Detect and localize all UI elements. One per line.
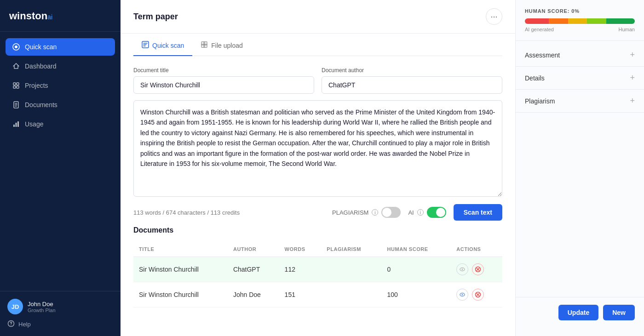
row-author: ChatGPT [228,257,279,282]
score-label: HUMAN SCORE: 0% [525,8,635,14]
doc-author-label: Document author [322,67,502,74]
svg-rect-5 [17,86,19,88]
sidebar-item-quick-scan[interactable]: Quick scan [6,38,115,56]
page-title: Term paper [133,12,178,22]
sidebar-item-documents[interactable]: Documents [6,96,115,114]
plagiarism-info-icon[interactable]: i [372,209,378,216]
svg-rect-22 [204,44,207,47]
accordion-plagiarism[interactable]: Plagiarism + [516,90,644,113]
sidebar-item-usage[interactable]: Usage [6,115,115,133]
row-human-score: 0 [382,257,451,282]
scan-text-button[interactable]: Scan text [454,204,502,221]
row-title: Sir Winston Churchill [133,257,228,282]
view-icon[interactable] [456,263,468,275]
word-count: 113 words / 674 characters / 113 credits [133,209,240,216]
accordion-label: Details [525,74,545,82]
app-logo: winstonai [0,0,121,32]
scan-controls: PLAGIARISM i AI i Scan text [332,204,502,221]
file-upload-tab-icon [201,41,208,50]
svg-rect-19 [201,42,205,45]
help-label: Help [18,321,31,328]
body-textarea[interactable]: Winston Churchill was a British statesma… [133,100,502,197]
plagiarism-toggle-group: PLAGIARISM i [332,207,401,218]
logo-text: winston [9,10,47,22]
more-button[interactable]: ··· [486,8,502,25]
svg-point-29 [462,294,463,296]
svg-rect-21 [201,44,205,47]
svg-rect-4 [13,86,16,88]
page-header: Term paper ··· [121,0,515,34]
new-button[interactable]: New [603,305,635,320]
usage-icon [12,120,20,128]
row-plagiarism [321,282,381,308]
score-bar-red [525,18,549,24]
table-header-row: TITLE AUTHOR WORDS PLAGIARISM HUMAN SCOR… [133,242,502,257]
sidebar-nav: Quick scan Dashboard Projects Documents … [0,32,121,291]
sidebar-item-dashboard[interactable]: Dashboard [6,57,115,75]
plagiarism-toggle[interactable] [381,207,401,218]
row-title: Sir Winston Churchill [133,282,228,308]
tabs: Quick scan File upload [133,34,502,56]
score-bar-orange [549,18,568,24]
score-labels: AI generated Human [525,27,635,32]
update-button[interactable]: Update [558,305,598,320]
tab-file-upload[interactable]: File upload [192,35,251,56]
ai-toggle-group: AI i [408,207,446,218]
help-link[interactable]: Help [7,320,113,329]
row-words: 151 [279,282,322,308]
doc-title-group: Document title [133,67,314,94]
sidebar-bottom: JD John Doe Growth Plan Help [0,291,121,336]
row-actions [451,282,502,308]
sidebar: winstonai Quick scan Dashboard Projects … [0,0,121,336]
delete-icon[interactable] [472,289,484,301]
accordion-label: Assessment [525,51,560,59]
row-words: 112 [279,257,322,282]
avatar: JD [7,299,23,314]
col-title: TITLE [133,242,228,257]
main-body: Quick scan File upload Document title Do… [121,34,515,336]
doc-author-input[interactable] [322,76,502,94]
ai-info-icon[interactable]: i [417,209,424,216]
quick-scan-tab-icon [142,41,149,50]
projects-icon [12,81,20,90]
plagiarism-label: PLAGIARISM [332,209,368,216]
table-row: Sir Winston Churchill ChatGPT 112 0 [133,257,502,282]
doc-author-group: Document author [322,67,502,94]
row-human-score: 100 [382,282,451,308]
svg-point-14 [11,325,12,326]
svg-rect-10 [13,125,15,127]
view-icon[interactable] [456,289,468,301]
score-left-label: AI generated [525,27,554,32]
ai-label: AI [408,209,414,216]
doc-title-input[interactable] [133,76,314,94]
accordion-label: Plagiarism [525,97,555,105]
score-section: HUMAN SCORE: 0% AI generated Human [516,8,644,41]
score-right-label: Human [619,27,635,32]
ai-toggle[interactable] [427,207,446,218]
score-bar-green [606,18,635,24]
sidebar-item-label: Usage [25,120,43,128]
toggle-thumb [436,208,445,217]
row-actions [451,257,502,282]
quick-scan-icon [12,43,20,51]
svg-rect-20 [204,42,207,45]
tab-label: Quick scan [152,42,184,49]
dashboard-icon [12,62,20,70]
col-author: AUTHOR [228,242,279,257]
delete-icon[interactable] [472,263,484,275]
sidebar-item-projects[interactable]: Projects [6,77,115,94]
accordion: Assessment + Details + Plagiarism + [516,41,644,115]
accordion-plus-icon: + [630,73,635,83]
documents-icon [12,101,20,109]
doc-title-label: Document title [133,67,314,74]
sidebar-item-label: Quick scan [25,43,57,51]
accordion-details[interactable]: Details + [516,67,644,90]
user-plan: Growth Plan [28,308,56,313]
user-row: JD John Doe Growth Plan [7,299,113,314]
table-row: Sir Winston Churchill John Doe 151 100 [133,282,502,308]
sidebar-item-label: Documents [25,101,58,108]
sidebar-item-label: Projects [25,82,48,89]
accordion-assessment[interactable]: Assessment + [516,44,644,67]
documents-table: TITLE AUTHOR WORDS PLAGIARISM HUMAN SCOR… [133,242,502,308]
tab-quick-scan[interactable]: Quick scan [133,35,192,56]
